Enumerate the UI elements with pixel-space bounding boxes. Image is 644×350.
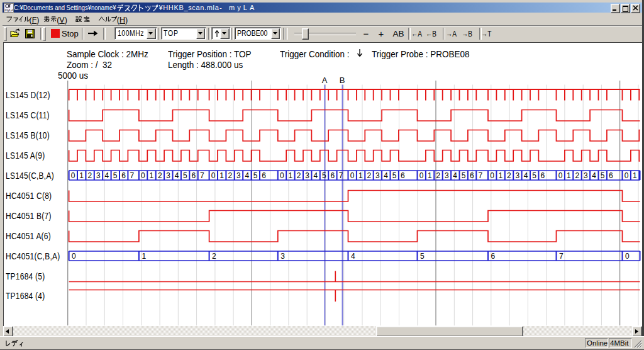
svg-text:1: 1 xyxy=(567,171,571,180)
svg-text:2: 2 xyxy=(228,171,233,180)
svg-text:0: 0 xyxy=(71,171,75,180)
svg-text:2: 2 xyxy=(212,252,216,261)
svg-text:1: 1 xyxy=(79,171,84,180)
svg-text:6: 6 xyxy=(121,171,126,180)
svg-text:0: 0 xyxy=(280,171,284,180)
svg-text:6: 6 xyxy=(262,171,266,180)
svg-text:0: 0 xyxy=(625,171,629,180)
svg-text:4: 4 xyxy=(314,171,318,180)
svg-text:2: 2 xyxy=(507,171,511,180)
svg-text:6: 6 xyxy=(192,171,196,180)
svg-text:7: 7 xyxy=(130,171,135,180)
svg-text:1: 1 xyxy=(288,171,292,180)
svg-text:5: 5 xyxy=(462,171,466,180)
svg-text:3: 3 xyxy=(305,171,309,180)
svg-text:6: 6 xyxy=(401,171,405,180)
svg-text:0: 0 xyxy=(625,252,630,261)
svg-text:5: 5 xyxy=(601,171,605,180)
svg-text:3: 3 xyxy=(96,171,101,180)
svg-text:5: 5 xyxy=(183,171,187,180)
svg-text:2: 2 xyxy=(575,171,580,180)
svg-text:4: 4 xyxy=(175,171,179,180)
svg-text:4: 4 xyxy=(351,252,355,261)
svg-text:0: 0 xyxy=(72,252,76,261)
svg-text:0: 0 xyxy=(490,171,494,180)
svg-text:4: 4 xyxy=(245,171,249,180)
svg-text:5: 5 xyxy=(420,252,425,261)
svg-text:1: 1 xyxy=(428,171,432,180)
svg-text:7: 7 xyxy=(479,171,483,180)
svg-text:0: 0 xyxy=(141,171,145,180)
svg-text:6: 6 xyxy=(541,171,545,180)
svg-text:4: 4 xyxy=(453,171,457,180)
svg-text:2: 2 xyxy=(367,171,372,180)
svg-text:5: 5 xyxy=(532,171,536,180)
svg-text:5: 5 xyxy=(113,171,118,180)
svg-text:2: 2 xyxy=(88,171,92,180)
svg-text:2: 2 xyxy=(436,171,441,180)
svg-text:4: 4 xyxy=(592,171,596,180)
svg-text:7: 7 xyxy=(200,171,204,180)
svg-text:5: 5 xyxy=(253,171,258,180)
svg-text:4: 4 xyxy=(384,171,388,180)
svg-text:1: 1 xyxy=(150,171,154,180)
svg-text:3: 3 xyxy=(280,252,285,261)
svg-text:1: 1 xyxy=(142,252,146,261)
svg-text:3: 3 xyxy=(515,171,519,180)
svg-text:0: 0 xyxy=(419,171,424,180)
svg-text:0: 0 xyxy=(558,171,563,180)
svg-text:0: 0 xyxy=(211,171,216,180)
svg-text:4: 4 xyxy=(104,171,109,180)
svg-text:6: 6 xyxy=(491,252,496,261)
svg-text:3: 3 xyxy=(445,171,449,180)
svg-text:2: 2 xyxy=(158,171,162,180)
svg-text:1: 1 xyxy=(633,171,637,180)
svg-text:1: 1 xyxy=(499,171,503,180)
svg-text:1: 1 xyxy=(358,171,363,180)
svg-text:6: 6 xyxy=(609,171,613,180)
svg-text:1: 1 xyxy=(219,171,224,180)
svg-text:3: 3 xyxy=(584,171,588,180)
svg-text:B: B xyxy=(340,76,345,85)
svg-text:6: 6 xyxy=(330,171,335,180)
svg-text:4: 4 xyxy=(524,171,528,180)
svg-text:7: 7 xyxy=(559,252,564,261)
svg-text:5: 5 xyxy=(322,171,326,180)
svg-text:3: 3 xyxy=(375,171,380,180)
svg-text:5: 5 xyxy=(392,171,397,180)
svg-text:6: 6 xyxy=(470,171,474,180)
svg-text:2: 2 xyxy=(297,171,301,180)
svg-text:3: 3 xyxy=(236,171,241,180)
svg-text:A: A xyxy=(322,76,328,85)
svg-text:7: 7 xyxy=(339,171,343,180)
svg-text:3: 3 xyxy=(166,171,170,180)
svg-text:0: 0 xyxy=(350,171,355,180)
